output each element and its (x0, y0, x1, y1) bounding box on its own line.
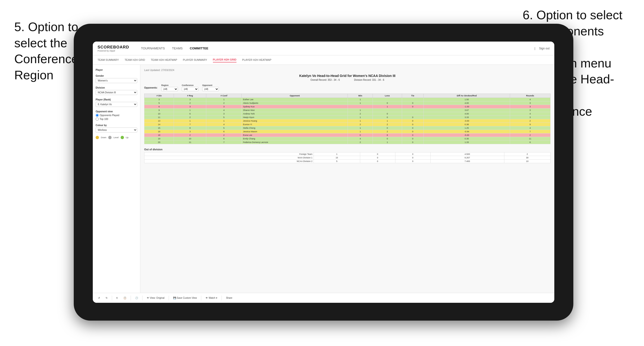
color-dot-down (96, 136, 99, 139)
table-row: 1474Eunice Yi2200.389 (144, 123, 550, 126)
subnav-player-h2h-grid[interactable]: PLAYER H2H GRID (213, 57, 236, 62)
conference-filter-label: Conference (182, 84, 198, 86)
sidebar: Player Gender Women's Division NCAA Divi… (93, 65, 140, 293)
sidebar-division-section: Division NCAA Division III (96, 86, 137, 95)
copy-btn[interactable]: ⎘ (115, 296, 119, 300)
player-rank-select[interactable]: 8. Katelyn Vo (96, 102, 137, 107)
table-row: 1125Heejo Hyun1003.333 (144, 116, 550, 119)
table-row: 633Sydney Kuo10-1.003 (144, 105, 550, 109)
out-of-division-title: Out of division (144, 148, 550, 151)
subnav-team-summary[interactable]: TEAM SUMMARY (98, 57, 119, 62)
save-custom-view-btn[interactable]: 💾 Save Custom View (172, 296, 198, 300)
table-row: 914Sharon Mun13.673 (144, 109, 550, 112)
radio-top-100[interactable]: Top 100 (96, 118, 137, 121)
division-record: Division Record: 331 - 34 - 6 (354, 79, 384, 81)
toolbar-divider-4 (169, 296, 169, 300)
report-last-updated: Last Updated: 27/03/2024 (144, 69, 550, 71)
watch-btn[interactable]: 👁 Watch ▾ (204, 296, 219, 300)
redo-btn[interactable]: ↻ (104, 296, 109, 300)
gender-select[interactable]: Women's (96, 78, 137, 83)
nav-committee[interactable]: COMMITTEE (190, 46, 208, 51)
sidebar-gender-section: Gender Women's (96, 75, 137, 83)
table-row: 1585Stella Cheng1001.254 (144, 126, 550, 130)
undo-btn[interactable]: ↺ (96, 296, 101, 300)
table-header-row: # Div # Reg # Conf Opponent Win Loss Tie… (144, 94, 550, 98)
overall-record: Overall Record: 353 - 34 - 6 (310, 79, 340, 81)
nav-tournaments[interactable]: TOURNAMENTS (141, 46, 165, 51)
subnav-player-h2h-heatmap[interactable]: PLAYER H2H HEATMAP (242, 57, 272, 62)
sidebar-opponent-view-section: Opponent view Opponents Played Top 100 (96, 110, 137, 121)
color-dot-up (120, 136, 124, 139)
table-row: 1636Jessica Mason120-0.947 (144, 130, 550, 134)
radio-opponents-played[interactable]: Opponents Played (96, 114, 137, 117)
report-area: Last Updated: 27/03/2024 Katelyn Vo Head… (140, 65, 554, 293)
toolbar-divider-2 (130, 296, 131, 300)
th-reg: # Reg (174, 94, 206, 98)
sidebar-colour-by-section: Colour by Win/loss (96, 124, 137, 133)
color-legend: Down Level Up (96, 136, 137, 139)
share-btn[interactable]: Share (224, 296, 234, 300)
th-rounds: Rounds (510, 94, 550, 98)
color-label-down: Down (101, 136, 106, 139)
table-row: 522Alexis Sudjianto1004.003 (144, 101, 550, 105)
nav-items: TOURNAMENTS TEAMS COMMITTEE (141, 46, 525, 51)
logo-area: SCOREBOARD Powered by clippd (98, 45, 129, 52)
division-select[interactable]: NCAA Division III (96, 90, 137, 95)
colour-by-label: Colour by (96, 124, 137, 127)
clock-btn[interactable]: 🕐 (134, 296, 140, 300)
tablet-device: SCOREBOARD Powered by clippd TOURNAMENTS… (74, 24, 573, 321)
subnav-team-h2h-heatmap[interactable]: TEAM H2H HEATMAP (151, 57, 177, 62)
table-row: Foreign Team1004.5002 (144, 153, 550, 156)
filter-opponent-group: Opponent (All) (202, 84, 219, 91)
sidebar-player-rank-section: Player (Rank) 8. Katelyn Vo (96, 98, 137, 107)
opponent-filter-label: Opponent (202, 84, 219, 86)
tablet-screen: SCOREBOARD Powered by clippd TOURNAMENTS… (93, 41, 554, 303)
opponent-filter-select[interactable]: (All) (202, 87, 219, 91)
colour-by-select[interactable]: Win/loss (96, 128, 137, 133)
paste-btn[interactable]: 📋 (122, 296, 128, 300)
toolbar-divider-3 (142, 296, 142, 300)
color-label-up: Up (126, 136, 129, 139)
toolbar-divider-6 (222, 296, 222, 300)
table-row: 1063Andrea York204.004 (144, 112, 550, 116)
region-filter-select[interactable]: (All) (161, 87, 178, 91)
out-of-division-section: Out of division Foreign Team1004.5002NAI… (144, 148, 550, 163)
th-tie: Tie (402, 94, 424, 98)
gender-label: Gender (96, 75, 137, 77)
division-label: Division (96, 86, 137, 89)
view-original-btn[interactable]: 👁 View: Original (145, 296, 166, 300)
th-div: # Div (144, 94, 174, 98)
logo-text: SCOREBOARD (98, 45, 129, 50)
conference-filter-select[interactable]: (All) (182, 87, 198, 91)
navbar: SCOREBOARD Powered by clippd TOURNAMENTS… (93, 41, 554, 55)
sidebar-player-section: Player (96, 69, 137, 71)
region-filter-label: Region (161, 84, 178, 86)
th-opponent: Opponent (242, 94, 348, 98)
report-title: Katelyn Vo Head-to-Head Grid for Women's… (144, 74, 550, 78)
th-conf: # Conf (206, 94, 242, 98)
logo-sub: Powered by clippd (98, 50, 129, 52)
subnav: TEAM SUMMARY TEAM H2H GRID TEAM H2H HEAT… (93, 55, 554, 65)
table-row: 1822Euna Lee080-5.002 (144, 134, 550, 137)
table-row: NAIA Division 115009.26730 (144, 156, 550, 160)
player-rank-label: Player (Rank) (96, 98, 137, 101)
subnav-team-h2h-grid[interactable]: TEAM H2H GRID (125, 57, 145, 62)
th-loss: Loss (373, 94, 402, 98)
table-row: 1311Jessica Huang110-3.002 (144, 119, 550, 123)
table-row: 19106Emily Chang4000.3011 (144, 137, 550, 141)
bottom-toolbar: ↺ ↻ ⎘ 📋 🕐 👁 View: Original 💾 Save Custom… (93, 293, 554, 303)
subnav-player-summary[interactable]: PLAYER SUMMARY (183, 57, 207, 62)
nav-teams[interactable]: TEAMS (172, 46, 183, 51)
h2h-table: # Div # Reg # Conf Opponent Win Loss Tie… (144, 94, 550, 144)
sign-out-link[interactable]: Sign out (539, 47, 550, 50)
table-row: 20117Federica Domecq Lacroze2101.336 (144, 141, 550, 144)
filter-row: Opponents: Region (All) Conference (All) (144, 84, 550, 91)
filter-opponents-label: Opponents: (144, 86, 158, 89)
filter-region-group: Region (All) (161, 84, 178, 91)
report-records: Overall Record: 353 - 34 - 6 Division Re… (144, 79, 550, 81)
th-win: Win (348, 94, 373, 98)
color-label-level: Level (114, 136, 119, 139)
player-label: Player (96, 69, 137, 71)
main-content: Player Gender Women's Division NCAA Divi… (93, 65, 554, 293)
toolbar-divider-1 (112, 296, 112, 300)
